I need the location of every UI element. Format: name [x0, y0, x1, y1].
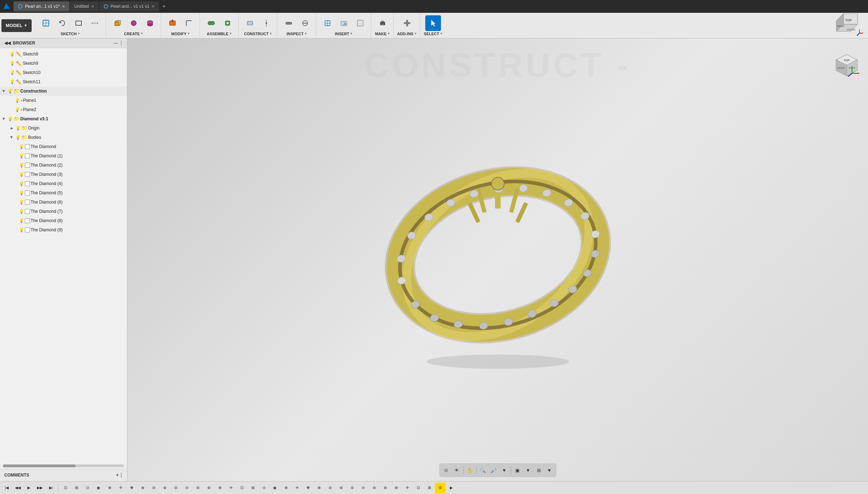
tab-pearl-an[interactable]: Pearl an...1 v1 v1* ✕	[14, 1, 69, 11]
vp-display-btn[interactable]: ▣	[512, 465, 522, 475]
timeline-btn-27[interactable]: ⊜	[347, 483, 357, 493]
timeline-btn-1[interactable]: ⊡	[60, 483, 71, 493]
timeline-btn-20[interactable]: ◉	[270, 483, 280, 493]
inspect-section-button[interactable]	[297, 15, 313, 31]
tree-item-origin[interactable]: ▶ 💡 📁 Origin	[0, 124, 127, 133]
timeline-btn-33[interactable]: ⊡	[413, 483, 424, 493]
timeline-btn-17[interactable]: ⊡	[236, 483, 247, 493]
tree-item-the-diamond-7[interactable]: 💡 The Diamond (6)	[0, 198, 127, 207]
timeline-btn-4[interactable]: ◉	[93, 483, 104, 493]
timeline-btn-26[interactable]: ⊛	[336, 483, 346, 493]
timeline-btn-18[interactable]: ⊞	[247, 483, 258, 493]
timeline-btn-end[interactable]: ▶	[446, 483, 457, 493]
tree-item-the-diamond-3[interactable]: 💡 The Diamond (2)	[0, 161, 127, 170]
timeline-btn-34[interactable]: ⊞	[424, 483, 435, 493]
timeline-btn-6[interactable]: ✛	[115, 483, 126, 493]
tree-item-the-diamond-1[interactable]: 💡 The Diamond	[0, 142, 127, 151]
vp-zoom-in-btn[interactable]: 🔍	[478, 465, 488, 475]
dashed-line-button[interactable]	[87, 15, 103, 31]
diamond-v3-expand-arrow[interactable]: ▶	[1, 116, 6, 121]
tab1-close[interactable]: ✕	[62, 4, 65, 9]
timeline-btn-24[interactable]: ⊗	[314, 483, 324, 493]
undo-button[interactable]	[54, 15, 70, 31]
construction-expand-arrow[interactable]: ▶	[1, 89, 6, 94]
modify-push-button[interactable]	[165, 15, 180, 31]
tree-item-the-diamond-6[interactable]: 💡 The Diamond (5)	[0, 188, 127, 198]
tree-item-sketch10[interactable]: 💡 ✏️ Sketch10	[0, 68, 127, 77]
add-tab-button[interactable]: +	[160, 2, 168, 11]
modify-fillet-button[interactable]	[181, 15, 197, 31]
tree-item-the-diamond-10[interactable]: 💡 The Diamond (9)	[0, 225, 127, 235]
playback-end-btn[interactable]: ▶|	[46, 483, 56, 493]
bodies-expand-arrow[interactable]: ▶	[9, 135, 14, 140]
timeline-btn-19[interactable]: ⊙	[259, 483, 269, 493]
sketch-button[interactable]	[38, 15, 54, 31]
vp-view-menu-btn[interactable]: ▼	[544, 465, 554, 475]
view-cube[interactable]: TOP RIGHT FRONT	[829, 46, 861, 78]
tab3-close[interactable]: ✕	[151, 4, 155, 9]
timeline-btn-30[interactable]: ⊛	[380, 483, 390, 493]
vp-view-btn[interactable]: ⊞	[534, 465, 544, 475]
timeline-btn-13[interactable]: ⊚	[192, 483, 203, 493]
vp-zoom-menu-btn[interactable]: ▼	[499, 465, 509, 475]
timeline-btn-14[interactable]: ⊛	[203, 483, 214, 493]
tree-item-the-diamond-9[interactable]: 💡 The Diamond (8)	[0, 216, 127, 225]
vp-orbit-btn[interactable]: ⊙	[441, 465, 451, 475]
construct-axis-button[interactable]	[259, 15, 274, 31]
tree-item-sketch8[interactable]: 💡 ✏️ Sketch8	[0, 49, 127, 59]
tree-item-the-diamond-2[interactable]: 💡 The Diamond (1)	[0, 151, 127, 161]
addins-dropdown[interactable]: ▼	[414, 32, 417, 35]
timeline-btn-21[interactable]: ⊕	[281, 483, 291, 493]
timeline-active-btn[interactable]: ⚙	[435, 483, 446, 493]
timeline-btn-5[interactable]: ⊕	[104, 483, 115, 493]
assemble-joint-button[interactable]	[203, 15, 219, 31]
insert-canvas-button[interactable]	[352, 15, 368, 31]
playback-next-btn[interactable]: ▶▶	[34, 483, 45, 493]
timeline-btn-8[interactable]: ⊗	[137, 483, 148, 493]
make-3dprint-button[interactable]	[375, 15, 390, 31]
inspect-dropdown[interactable]: ▼	[304, 32, 307, 35]
insert-mesh-button[interactable]	[320, 15, 335, 31]
tree-item-sketch9[interactable]: 💡 ✏️ Sketch9	[0, 59, 127, 68]
make-dropdown[interactable]: ▼	[387, 32, 390, 35]
timeline-btn-29[interactable]: ⊚	[369, 483, 379, 493]
tree-item-the-diamond-5[interactable]: 💡 The Diamond (4)	[0, 179, 127, 188]
tab-untitled[interactable]: Untitled ✕	[70, 1, 98, 11]
timeline-btn-9[interactable]: ⊘	[148, 483, 159, 493]
create-sphere-button[interactable]	[126, 15, 142, 31]
tree-item-the-diamond-8[interactable]: 💡 The Diamond (7)	[0, 207, 127, 216]
timeline-btn-3[interactable]: ⊙	[82, 483, 93, 493]
sidebar-expand-icon[interactable]: ◀◀	[4, 41, 11, 46]
viewport[interactable]: CONSTRUCT -	[127, 38, 868, 481]
tree-item-the-diamond-4[interactable]: 💡 The Diamond (3)	[0, 170, 127, 179]
rectangle-button[interactable]	[71, 15, 86, 31]
create-dropdown[interactable]: ▼	[140, 32, 143, 35]
timeline-btn-28[interactable]: ⊝	[358, 483, 368, 493]
vp-pan-btn[interactable]: ✋	[465, 465, 475, 475]
timeline-btn-15[interactable]: ⊕	[214, 483, 225, 493]
insert-decal-button[interactable]	[336, 15, 352, 31]
vp-display-menu-btn[interactable]: ▼	[523, 465, 533, 475]
model-button[interactable]: MODEL ▼	[1, 19, 32, 32]
timeline-btn-2[interactable]: ⊞	[71, 483, 82, 493]
playback-start-btn[interactable]: |◀	[1, 483, 12, 493]
playback-play-btn[interactable]: ▶	[23, 483, 34, 493]
tree-item-construction[interactable]: ▶ 💡 📁 Construction	[0, 86, 127, 96]
insert-dropdown[interactable]: ▼	[350, 32, 353, 35]
origin-expand-arrow[interactable]: ▶	[9, 126, 14, 131]
playback-prev-btn[interactable]: ◀◀	[12, 483, 23, 493]
assemble-btn2[interactable]	[220, 15, 235, 31]
timeline-btn-12[interactable]: ⊝	[181, 483, 192, 493]
sidebar-scrollbar[interactable]	[0, 463, 127, 469]
construct-dropdown[interactable]: ▼	[269, 32, 272, 35]
vp-look-btn[interactable]: 👁	[452, 465, 462, 475]
timeline-btn-11[interactable]: ⊜	[170, 483, 181, 493]
tree-item-diamond-v3[interactable]: ▶ 💡 📁 Diamond v3:1	[0, 114, 127, 124]
inspect-measure-button[interactable]	[281, 15, 297, 31]
tab2-close[interactable]: ✕	[91, 4, 94, 9]
view-cube-toolbar[interactable]: TOP FRONT RIGHT	[829, 14, 865, 38]
assemble-dropdown[interactable]: ▼	[229, 32, 232, 35]
timeline-btn-25[interactable]: ⊘	[325, 483, 335, 493]
modify-dropdown[interactable]: ▼	[187, 32, 190, 35]
tree-item-sketch11[interactable]: 💡 ✏️ Sketch11	[0, 77, 127, 86]
